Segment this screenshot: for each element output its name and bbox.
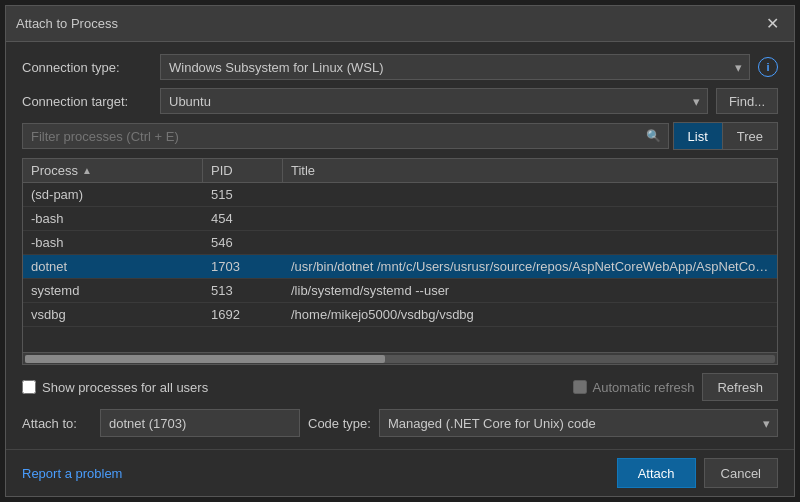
cell-title (283, 183, 777, 206)
tree-view-button[interactable]: Tree (723, 123, 777, 149)
connection-type-select-wrapper: Windows Subsystem for Linux (WSL)LocalRe… (160, 54, 750, 80)
connection-target-label: Connection target: (22, 94, 152, 109)
info-icon[interactable]: i (758, 57, 778, 77)
attach-to-process-dialog: Attach to Process ✕ Connection type: Win… (5, 5, 795, 497)
connection-target-select-wrapper: UbuntuDebiankali-linux (160, 88, 708, 114)
show-all-users-row: Show processes for all users (22, 380, 208, 395)
cell-process: vsdbg (23, 303, 203, 326)
header-title[interactable]: Title (283, 159, 777, 182)
cancel-button[interactable]: Cancel (704, 458, 778, 488)
close-button[interactable]: ✕ (760, 12, 784, 36)
cell-process: dotnet (23, 255, 203, 278)
auto-refresh-label: Automatic refresh (593, 380, 695, 395)
scrollbar-thumb (25, 355, 385, 363)
find-button[interactable]: Find... (716, 88, 778, 114)
sort-arrow-up: ▲ (82, 165, 92, 176)
dialog-footer: Report a problem Attach Cancel (6, 449, 794, 496)
code-type-label: Code type: (308, 416, 371, 431)
code-type-select-wrapper: Managed (.NET Core for Unix) codeNativeM… (379, 409, 778, 437)
cell-process: (sd-pam) (23, 183, 203, 206)
table-row[interactable]: (sd-pam) 515 (23, 183, 777, 207)
table-row-selected[interactable]: dotnet 1703 /usr/bin/dotnet /mnt/c/Users… (23, 255, 777, 279)
cell-pid: 513 (203, 279, 283, 302)
cell-pid: 515 (203, 183, 283, 206)
table-row[interactable]: systemd 513 /lib/systemd/systemd --user (23, 279, 777, 303)
table-header: Process ▲ PID Title (23, 159, 777, 183)
cell-title: /home/mikejo5000/vsdbg/vsdbg (283, 303, 777, 326)
table-row[interactable]: -bash 546 (23, 231, 777, 255)
cell-process: -bash (23, 207, 203, 230)
report-problem-link[interactable]: Report a problem (22, 466, 122, 481)
process-table: Process ▲ PID Title (sd-pam) 515 -bash (22, 158, 778, 365)
header-pid[interactable]: PID (203, 159, 283, 182)
cell-title: /lib/systemd/systemd --user (283, 279, 777, 302)
cell-title: /usr/bin/dotnet /mnt/c/Users/usrusr/sour… (283, 255, 777, 278)
connection-type-row: Connection type: Windows Subsystem for L… (22, 54, 778, 80)
filter-input[interactable] (22, 123, 669, 149)
cell-process: -bash (23, 231, 203, 254)
table-row[interactable]: -bash 454 (23, 207, 777, 231)
header-process[interactable]: Process ▲ (23, 159, 203, 182)
list-view-button[interactable]: List (674, 123, 722, 149)
titlebar: Attach to Process ✕ (6, 6, 794, 42)
show-all-users-label[interactable]: Show processes for all users (42, 380, 208, 395)
connection-target-row: Connection target: UbuntuDebiankali-linu… (22, 88, 778, 114)
attach-button[interactable]: Attach (617, 458, 696, 488)
cell-pid: 1703 (203, 255, 283, 278)
cell-pid: 546 (203, 231, 283, 254)
connection-type-select[interactable]: Windows Subsystem for Linux (WSL)LocalRe… (160, 54, 750, 80)
filter-row: 🔍 List Tree (22, 122, 778, 150)
auto-refresh-row: Automatic refresh (573, 380, 695, 395)
connection-type-label: Connection type: (22, 60, 152, 75)
horizontal-scrollbar-area (23, 352, 777, 364)
cell-pid: 1692 (203, 303, 283, 326)
footer-buttons: Attach Cancel (617, 458, 778, 488)
search-icon: 🔍 (646, 129, 661, 143)
cell-title (283, 231, 777, 254)
dialog-content: Connection type: Windows Subsystem for L… (6, 42, 794, 449)
code-type-select[interactable]: Managed (.NET Core for Unix) codeNativeM… (379, 409, 778, 437)
cell-process: systemd (23, 279, 203, 302)
dialog-title: Attach to Process (16, 16, 118, 31)
attach-to-input[interactable] (100, 409, 300, 437)
cell-pid: 454 (203, 207, 283, 230)
filter-input-wrapper: 🔍 (22, 123, 669, 149)
refresh-button[interactable]: Refresh (702, 373, 778, 401)
attach-to-row: Attach to: Code type: Managed (.NET Core… (22, 409, 778, 437)
show-all-users-checkbox[interactable] (22, 380, 36, 394)
horizontal-scrollbar[interactable] (25, 355, 775, 363)
table-body: (sd-pam) 515 -bash 454 -bash 546 dotnet … (23, 183, 777, 352)
cell-title (283, 207, 777, 230)
auto-refresh-checkbox[interactable] (573, 380, 587, 394)
attach-to-label: Attach to: (22, 416, 92, 431)
view-buttons: List Tree (673, 122, 778, 150)
connection-target-select[interactable]: UbuntuDebiankali-linux (160, 88, 708, 114)
bottom-controls-row: Show processes for all users Automatic r… (22, 373, 778, 401)
table-row[interactable]: vsdbg 1692 /home/mikejo5000/vsdbg/vsdbg (23, 303, 777, 327)
